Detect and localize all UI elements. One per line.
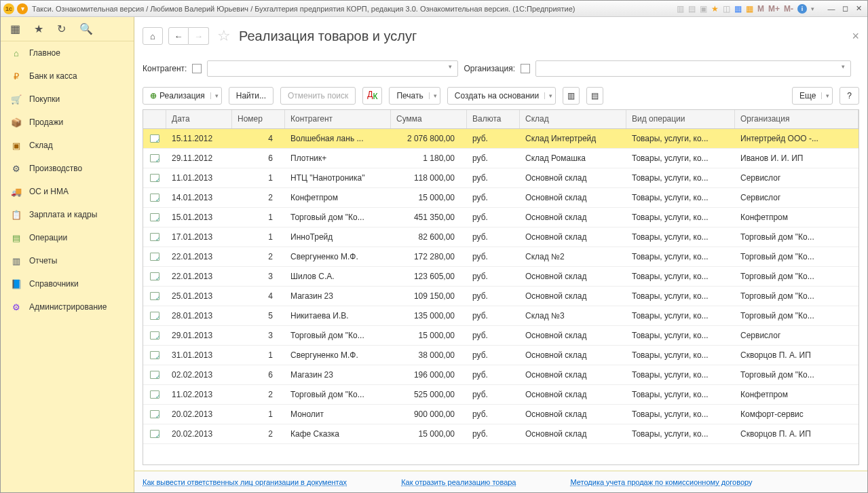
table-row[interactable]: 29.01.2013 3 Торговый дом "Ко... 15 000,… bbox=[143, 326, 858, 346]
close-button[interactable]: ✕ bbox=[852, 4, 865, 14]
table-row[interactable]: 22.01.2013 2 Свергуненко М.Ф. 172 280,00… bbox=[143, 247, 858, 267]
tool-icon[interactable]: ▥ bbox=[677, 4, 684, 14]
dropdown-icon[interactable]: ▾ bbox=[837, 63, 848, 70]
cell-sum: 15 000,00 bbox=[391, 429, 467, 439]
home-button[interactable]: ⌂ bbox=[143, 27, 163, 45]
dropdown-icon[interactable]: ▾ bbox=[17, 3, 28, 14]
table-row[interactable]: 15.11.2012 4 Волшебная лань ... 2 076 80… bbox=[143, 129, 858, 149]
table-row[interactable]: 11.01.2013 1 НТЦ "Нанотроника" 118 000,0… bbox=[143, 168, 858, 188]
sidebar-top-tools: ▦ ★ ↻ 🔍 bbox=[1, 17, 134, 41]
footer-link-2[interactable]: Как отразить реализацию товара bbox=[401, 478, 516, 486]
cell-date: 14.01.2013 bbox=[166, 193, 232, 202]
sidebar-item[interactable]: ▣Склад bbox=[1, 134, 134, 157]
back-button[interactable]: ← bbox=[168, 27, 189, 45]
minimize-button[interactable]: — bbox=[825, 4, 837, 14]
col-organization[interactable]: Организация bbox=[735, 110, 858, 128]
table-row[interactable]: 14.01.2013 2 Конфетпром 15 000,00 руб. О… bbox=[143, 188, 858, 208]
cell-counterparty: НТЦ "Нанотроника" bbox=[285, 173, 391, 183]
sidebar-item[interactable]: 📘Справочники bbox=[1, 272, 134, 295]
sidebar-item[interactable]: 🚚ОС и НМА bbox=[1, 180, 134, 203]
table-row[interactable]: 22.01.2013 3 Шилов С.А. 123 605,00 руб. … bbox=[143, 267, 858, 287]
more-button[interactable]: Еще▾ bbox=[792, 87, 833, 105]
sidebar-item[interactable]: ▤Операции bbox=[1, 226, 134, 249]
table-row[interactable]: 02.02.2013 6 Магазин 23 196 000,00 руб. … bbox=[143, 365, 858, 385]
table-row[interactable]: 28.01.2013 5 Никитаева И.В. 135 000,00 р… bbox=[143, 306, 858, 326]
content-area: ⌂ ← → ☆ Реализация товаров и услуг × Кон… bbox=[134, 17, 867, 492]
table-row[interactable]: 17.01.2013 1 ИнноТрейд 82 600,00 руб. Ос… bbox=[143, 227, 858, 247]
info-icon[interactable]: i bbox=[797, 4, 807, 14]
organization-checkbox[interactable] bbox=[521, 64, 530, 73]
print-button[interactable]: Печать▾ bbox=[389, 87, 440, 105]
dtk-button[interactable]: ДК bbox=[362, 87, 382, 105]
calc-icon[interactable]: ▦ bbox=[734, 4, 742, 14]
cell-currency: руб. bbox=[467, 390, 520, 399]
footer-link-3[interactable]: Методика учета продаж по комиссионному д… bbox=[571, 478, 753, 486]
create-based-button[interactable]: Создать на основании▾ bbox=[447, 87, 556, 105]
counterparty-checkbox[interactable] bbox=[192, 64, 202, 73]
col-counterparty[interactable]: Контрагент bbox=[285, 110, 391, 128]
print-label: Печать bbox=[396, 91, 423, 101]
cell-number: 2 bbox=[232, 429, 285, 439]
m-button[interactable]: M bbox=[757, 4, 764, 14]
table-row[interactable]: 11.02.2013 2 Торговый дом "Ко... 525 000… bbox=[143, 385, 858, 405]
grid-view-button[interactable]: ▤ bbox=[586, 87, 603, 105]
tool-icon[interactable]: ▤ bbox=[688, 4, 696, 14]
col-warehouse[interactable]: Склад bbox=[520, 110, 626, 128]
cell-operation: Товары, услуги, ко... bbox=[626, 350, 735, 360]
cell-number: 1 bbox=[232, 173, 285, 183]
sidebar-icon: ⚙ bbox=[10, 163, 22, 174]
table-row[interactable]: 15.01.2013 1 Торговый дом "Ко... 451 350… bbox=[143, 208, 858, 227]
history-icon[interactable]: ↻ bbox=[57, 22, 66, 35]
table-body[interactable]: 15.11.2012 4 Волшебная лань ... 2 076 80… bbox=[143, 129, 858, 464]
sidebar-item[interactable]: 🛒Покупки bbox=[1, 88, 134, 111]
footer-link-1[interactable]: Как вывести ответственных лиц организаци… bbox=[143, 478, 347, 486]
table-row[interactable]: 20.02.2013 1 Монолит 900 000,00 руб. Осн… bbox=[143, 405, 858, 424]
chevron-down-icon[interactable]: ▾ bbox=[429, 92, 437, 99]
sidebar-item[interactable]: 📦Продажи bbox=[1, 111, 134, 134]
star-icon[interactable]: ★ bbox=[34, 22, 43, 35]
forward-button[interactable]: → bbox=[189, 27, 209, 45]
chevron-down-icon[interactable]: ▾ bbox=[821, 92, 829, 99]
organization-input[interactable]: ▾ bbox=[535, 60, 851, 77]
cell-number: 2 bbox=[232, 252, 285, 261]
sidebar-item[interactable]: ⚙Производство bbox=[1, 157, 134, 180]
cell-warehouse: Основной склад bbox=[520, 193, 626, 202]
sidebar-item[interactable]: ₽Банк и касса bbox=[1, 65, 134, 88]
realization-button[interactable]: ⊕Реализация▾ bbox=[143, 87, 222, 105]
sidebar-item[interactable]: ⚙Администрирование bbox=[1, 295, 134, 318]
counterparty-input[interactable]: ▾ bbox=[207, 60, 458, 77]
close-page-button[interactable]: × bbox=[852, 29, 859, 43]
table-row[interactable]: 25.01.2013 4 Магазин 23 109 150,00 руб. … bbox=[143, 287, 858, 306]
col-currency[interactable]: Валюта bbox=[467, 110, 520, 128]
calendar-icon[interactable]: ▦ bbox=[746, 4, 753, 14]
dropdown-icon[interactable]: ▾ bbox=[811, 5, 814, 12]
cell-operation: Товары, услуги, ко... bbox=[626, 272, 735, 281]
col-sum[interactable]: Сумма bbox=[391, 110, 467, 128]
favorite-star-icon[interactable]: ☆ bbox=[217, 27, 231, 45]
table-row[interactable]: 31.01.2013 1 Свергуненко М.Ф. 38 000,00 … bbox=[143, 346, 858, 365]
maximize-button[interactable]: ◻ bbox=[839, 4, 851, 14]
star-icon[interactable]: ★ bbox=[711, 4, 719, 14]
apps-icon[interactable]: ▦ bbox=[10, 22, 20, 35]
cell-number: 1 bbox=[232, 232, 285, 242]
tool-icon[interactable]: ▣ bbox=[700, 4, 707, 14]
sidebar-item[interactable]: ⌂Главное bbox=[1, 41, 134, 65]
dropdown-icon[interactable]: ▾ bbox=[445, 63, 455, 70]
sidebar-item[interactable]: ▥Отчеты bbox=[1, 249, 134, 272]
cell-operation: Товары, услуги, ко... bbox=[626, 331, 735, 340]
m-plus-button[interactable]: M+ bbox=[768, 4, 780, 14]
table-row[interactable]: 20.02.2013 2 Кафе Сказка 15 000,00 руб. … bbox=[143, 424, 858, 444]
help-button[interactable]: ? bbox=[839, 87, 859, 105]
chevron-down-icon[interactable]: ▾ bbox=[544, 92, 552, 99]
col-number[interactable]: Номер bbox=[232, 110, 285, 128]
find-button[interactable]: Найти... bbox=[229, 87, 273, 105]
sidebar-item[interactable]: 📋Зарплата и кадры bbox=[1, 203, 134, 226]
table-row[interactable]: 29.11.2012 6 Плотник+ 1 180,00 руб. Скла… bbox=[143, 149, 858, 168]
chevron-down-icon[interactable]: ▾ bbox=[210, 92, 219, 99]
col-date[interactable]: Дата bbox=[166, 110, 232, 128]
tool-icon[interactable]: ◫ bbox=[723, 4, 730, 14]
search-icon[interactable]: 🔍 bbox=[79, 22, 93, 35]
m-minus-button[interactable]: M- bbox=[784, 4, 793, 14]
col-operation[interactable]: Вид операции bbox=[626, 110, 735, 128]
list-view-button[interactable]: ▥ bbox=[563, 87, 580, 105]
